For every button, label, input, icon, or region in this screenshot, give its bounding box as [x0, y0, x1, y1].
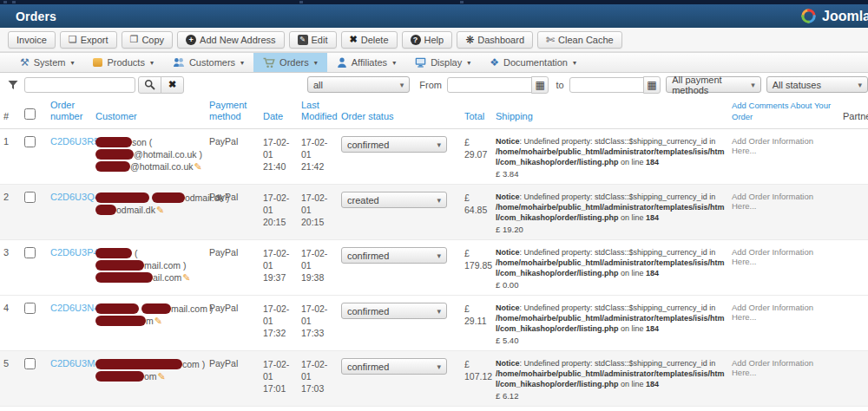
total-line: 107.12 — [464, 370, 489, 382]
dashboard-button[interactable]: ❋Dashboard — [457, 31, 533, 49]
menu-item-orders[interactable]: Orders▾ — [253, 53, 327, 72]
order-status-select[interactable]: confirmed▾ — [341, 247, 447, 264]
to-label: to — [556, 80, 563, 90]
redaction-blob — [141, 303, 171, 314]
order-status-select[interactable]: confirmed▾ — [341, 303, 447, 319]
edit-button[interactable]: ✎Edit — [289, 31, 337, 49]
row-checkbox[interactable] — [24, 247, 36, 258]
order-comments-cell: Add Order Information Here... — [728, 407, 839, 411]
row-checkbox-cell — [21, 129, 47, 185]
column-header-last-modified[interactable]: Last Modified — [298, 97, 338, 129]
payment-method-cell: PayPal — [206, 185, 260, 240]
order-status-cell: confirmed▾ — [338, 407, 461, 411]
export-button[interactable]: ❏Export — [60, 31, 117, 49]
shipping-cell: Notice: Undefined property: stdClass::$s… — [492, 240, 728, 296]
row-checkbox[interactable] — [24, 358, 36, 369]
title-bar: Orders Joomla! — [0, 4, 868, 28]
add-order-info-link[interactable]: Add Order Information Here... — [732, 303, 836, 322]
edit-email-icon[interactable]: ✎ — [182, 272, 190, 283]
order-number-cell: C2D6U3L45 — [47, 407, 92, 411]
total-cell: £64.85 — [461, 185, 492, 240]
edit-email-icon[interactable]: ✎ — [156, 205, 164, 215]
menu-item-affiliates[interactable]: Affiliates▾ — [327, 53, 405, 72]
modified-line: 17-02-01 — [301, 358, 334, 382]
payment-method-select[interactable]: All payment methods ▾ — [666, 76, 761, 93]
customer-cell: com )om✎ — [92, 351, 206, 407]
date-cell: 17-02-0117:32 — [260, 296, 298, 351]
row-number-cell: 1 — [0, 129, 21, 185]
add-order-info-link[interactable]: Add Order Information Here... — [732, 247, 836, 266]
invoice-button[interactable]: Invoice — [8, 31, 56, 49]
date-to-calendar-button[interactable]: ▦ — [643, 76, 661, 94]
menu-item-products[interactable]: Products▾ — [83, 53, 162, 72]
modified-line: 19:38 — [301, 271, 334, 284]
menu-item-display[interactable]: Display▾ — [405, 53, 480, 72]
redaction-blob — [95, 371, 144, 382]
chevron-down-icon: ▾ — [858, 81, 862, 89]
search-input[interactable] — [24, 77, 135, 93]
total-cell: £ 29.11 — [461, 296, 492, 351]
toolbar-button-label: Invoice — [16, 35, 47, 45]
cart-icon — [263, 57, 275, 68]
add-order-info-link[interactable]: Add Order Information Here... — [732, 136, 836, 155]
order-row: 3C2D6U3P48 (mail.com )ail.com✎PayPal17-0… — [0, 240, 868, 296]
column-header-shipping[interactable]: Shipping — [492, 97, 728, 129]
row-checkbox[interactable] — [24, 136, 36, 147]
clean-cache-button[interactable]: ✄Clean Cache — [537, 31, 622, 49]
column-header-date[interactable]: Date — [260, 97, 298, 129]
shipping-amount: £ 3.84 — [496, 169, 725, 179]
redaction-blob — [95, 272, 153, 283]
date-line: 17-02-01 — [263, 247, 294, 271]
customer-text-fragment: @hotmail.co.uk — [130, 161, 194, 172]
order-status-select[interactable]: created▾ — [341, 192, 447, 208]
column-header-customer[interactable]: Customer — [92, 97, 206, 129]
menu-item-system[interactable]: ⚒System▾ — [10, 53, 83, 72]
modified-line: 17-02-01 — [301, 136, 334, 160]
search-go-button[interactable] — [138, 76, 161, 94]
column-header-order-status[interactable]: Order status — [338, 97, 461, 129]
status-filter-select[interactable]: All statuses ▾ — [766, 76, 868, 93]
table-header-row: #Order numberCustomerPayment methodDateL… — [0, 97, 868, 129]
column-header-order-number[interactable]: Order number — [47, 97, 92, 129]
x-icon: ✖ — [350, 35, 358, 44]
edit-email-icon[interactable]: ✎ — [155, 316, 162, 326]
total-cell: £73.74 — [461, 407, 492, 411]
add-new-address-button[interactable]: +Add New Address — [177, 31, 284, 49]
customer-line: ail.com✎ — [95, 271, 202, 284]
chevron-down-icon: ▾ — [314, 59, 318, 67]
customer-text-fragment: m — [146, 316, 154, 326]
menu-item-label: Products — [107, 57, 144, 68]
order-status-select[interactable]: confirmed▾ — [341, 358, 447, 375]
column-header-payment-method[interactable]: Payment method — [206, 97, 260, 129]
date-from-calendar-button[interactable]: ▦ — [531, 76, 549, 94]
customer-line: odmail.dk ) — [95, 192, 202, 204]
modified-line: 17:03 — [301, 382, 334, 395]
strip-mark — [12, 1, 16, 3]
order-type-select[interactable]: all ▾ — [307, 76, 410, 93]
row-checkbox[interactable] — [24, 303, 36, 314]
delete-button[interactable]: ✖Delete — [341, 31, 398, 49]
chevron-down-icon: ▾ — [437, 140, 441, 149]
shipping-amount: £ 0.00 — [496, 280, 725, 290]
order-status-select[interactable]: confirmed▾ — [341, 136, 447, 153]
help-button[interactable]: ?Help — [402, 31, 453, 49]
row-checkbox[interactable] — [24, 192, 36, 203]
menu-item-customers[interactable]: Customers▾ — [163, 53, 253, 72]
edit-email-icon[interactable]: ✎ — [194, 161, 202, 172]
search-clear-button[interactable]: ✖ — [161, 76, 184, 94]
copy-button[interactable]: ❐Copy — [122, 31, 174, 49]
date-to-input[interactable] — [569, 77, 644, 93]
date-from-input[interactable] — [447, 77, 532, 93]
order-row: 1C2D6U3R50son (@hotmail.co.uk )@hotmail.… — [0, 129, 868, 185]
date-line: 21:40 — [263, 160, 294, 173]
add-order-info-link[interactable]: Add Order Information Here... — [732, 358, 836, 377]
select-all-checkbox[interactable] — [24, 108, 36, 120]
edit-email-icon[interactable]: ✎ — [158, 371, 166, 382]
row-number-cell: 5 — [0, 351, 21, 407]
add-order-info-link[interactable]: Add Order Information Here... — [732, 192, 836, 211]
column-header-add-comments-about-your-order[interactable]: Add Comments About Your Order — [728, 97, 839, 129]
customer-line: com ) — [95, 358, 202, 370]
total-line: £ — [464, 136, 489, 148]
column-header-total[interactable]: Total — [461, 97, 492, 129]
menu-item-documentation[interactable]: ❖Documentation▾ — [480, 53, 586, 72]
